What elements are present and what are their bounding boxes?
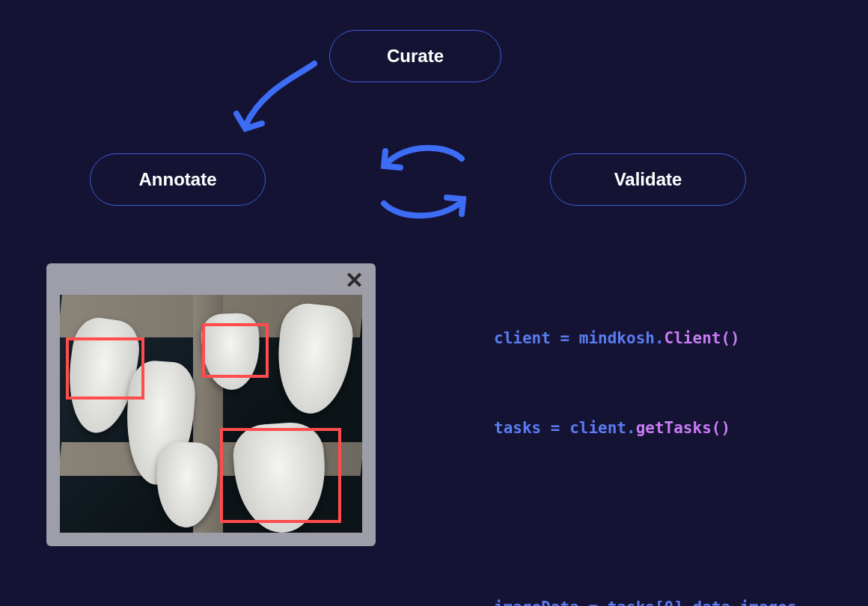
code-line-2: tasks = client.getTasks() — [494, 413, 846, 443]
pill-annotate-label: Annotate — [139, 169, 217, 190]
arrow-curate-to-annotate — [232, 60, 337, 142]
close-icon[interactable]: ✕ — [345, 269, 364, 292]
bounding-box — [202, 323, 269, 378]
annotated-image — [60, 295, 362, 533]
bounding-box — [220, 428, 341, 523]
bounding-box — [66, 337, 144, 400]
pill-annotate: Annotate — [90, 153, 266, 206]
pill-curate: Curate — [329, 30, 501, 82]
code-sample: client = mindkosh.Client() tasks = clien… — [494, 263, 846, 606]
code-line-3: imageData = tasks[0].data.images — [494, 593, 846, 606]
image-annotation-panel: ✕ — [46, 263, 376, 546]
cycle-arrows-icon — [370, 142, 475, 224]
code-blank-1 — [494, 503, 846, 533]
pill-curate-label: Curate — [387, 46, 444, 67]
pill-validate: Validate — [550, 153, 746, 206]
pill-validate-label: Validate — [614, 169, 682, 190]
code-line-1: client = mindkosh.Client() — [494, 323, 846, 353]
